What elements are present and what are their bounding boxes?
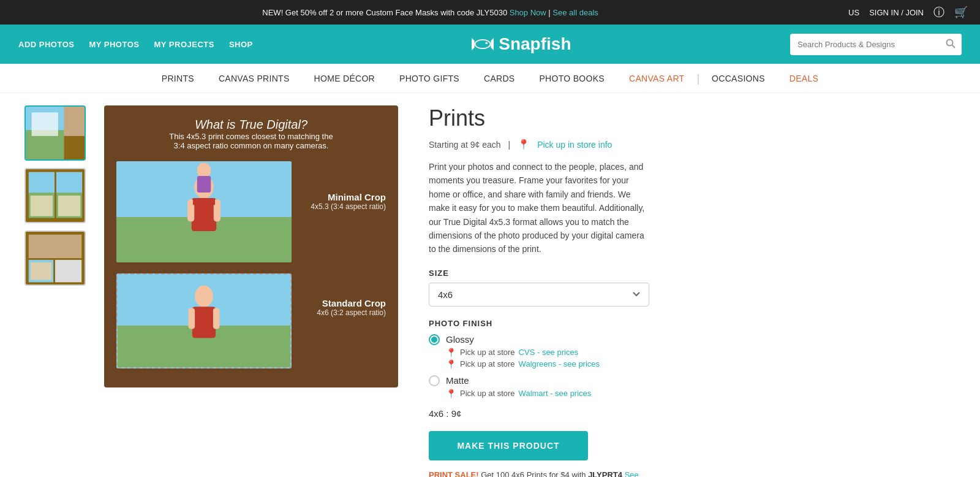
walgreens-link[interactable]: Walgreens - see prices xyxy=(519,359,600,368)
svg-rect-12 xyxy=(29,172,55,194)
nav-occasions[interactable]: OCCASIONS xyxy=(699,64,777,93)
cart-icon[interactable]: 🛒 xyxy=(954,6,968,19)
my-projects-link[interactable]: MY PROJECTS xyxy=(154,40,214,49)
nav-photo-gifts[interactable]: PHOTO GIFTS xyxy=(387,64,472,93)
thumbnail-1[interactable] xyxy=(24,105,86,161)
glossy-radio[interactable] xyxy=(429,334,440,345)
svg-rect-19 xyxy=(29,235,81,258)
crop2-label: Standard Crop xyxy=(300,298,386,308)
svg-rect-10 xyxy=(64,136,85,159)
walmart-link[interactable]: Walmart - see prices xyxy=(519,389,592,398)
person-figure-2 xyxy=(178,273,230,367)
svg-rect-33 xyxy=(189,308,195,329)
matte-radio[interactable] xyxy=(429,375,440,386)
finish-option-glossy-header: Glossy xyxy=(429,334,649,345)
svg-rect-16 xyxy=(31,196,53,216)
svg-rect-9 xyxy=(32,112,58,135)
pickup-store-text-cvs: Pick up at store xyxy=(460,348,515,357)
nav-home-decor[interactable]: HOME DÉCOR xyxy=(302,64,387,93)
promo-code: JLYPRT4 xyxy=(588,470,622,477)
svg-point-31 xyxy=(195,285,213,307)
svg-rect-14 xyxy=(56,172,82,194)
svg-rect-30 xyxy=(197,176,211,193)
search-icon xyxy=(946,39,956,48)
fish-icon xyxy=(472,38,494,50)
logo: Snapfish xyxy=(253,34,790,54)
shop-now-link[interactable]: Shop Now xyxy=(510,8,546,17)
shop-link[interactable]: SHOP xyxy=(229,40,253,49)
see-all-deals-link[interactable]: See all deals xyxy=(552,8,598,17)
add-photos-link[interactable]: ADD PHOTOS xyxy=(18,40,74,49)
product-title: Prints xyxy=(429,105,649,131)
help-icon[interactable]: ⓘ xyxy=(933,5,944,20)
search-input[interactable] xyxy=(790,35,940,54)
thumbnail-3[interactable] xyxy=(24,231,86,286)
nav-deals[interactable]: DEALS xyxy=(777,64,831,93)
product-details-panel: Prints Starting at 9¢ each | 📍 Pick up i… xyxy=(417,105,649,477)
main-nav: PRINTS CANVAS PRINTS HOME DÉCOR PHOTO GI… xyxy=(0,64,980,93)
price-display: 4x6 : 9¢ xyxy=(429,408,649,419)
pickup-store-text-walmart: Pick up at store xyxy=(460,389,515,398)
region-selector[interactable]: US xyxy=(848,8,859,17)
thumbnail-3-img xyxy=(26,231,85,286)
matte-pickup-walmart: 📍 Pick up at store Walmart - see prices xyxy=(446,389,649,399)
glossy-pickup-cvs: 📍 Pick up at store CVS - see prices xyxy=(446,348,649,357)
make-product-button[interactable]: MAKE THIS PRODUCT xyxy=(429,431,588,460)
thumbnail-2-img xyxy=(26,168,85,223)
nav-photo-books[interactable]: PHOTO BOOKS xyxy=(527,64,617,93)
crop1-ratio: 4x5.3 (3:4 aspect ratio) xyxy=(300,202,386,211)
svg-line-5 xyxy=(952,45,956,48)
thumbnails-panel xyxy=(24,105,86,477)
nav-canvas-prints[interactable]: CANVAS PRINTS xyxy=(206,64,302,93)
product-image-section: What is True Digital? This 4x5.3 print c… xyxy=(104,105,398,477)
svg-rect-22 xyxy=(31,262,52,280)
announcement-bar: NEW! Get 50% off 2 or more Custom Face M… xyxy=(0,0,980,25)
finish-option-glossy: Glossy 📍 Pick up at store CVS - see pric… xyxy=(429,334,649,369)
svg-rect-34 xyxy=(213,308,220,329)
nav-canvas-art[interactable]: CANVAS ART xyxy=(617,64,696,93)
sign-in-link[interactable]: SIGN IN / JOIN xyxy=(869,8,924,17)
header-nav: ADD PHOTOS MY PHOTOS MY PROJECTS SHOP Sn… xyxy=(0,25,980,64)
svg-marker-3 xyxy=(491,38,494,50)
nav-cards[interactable]: CARDS xyxy=(472,64,527,93)
nav-prints[interactable]: PRINTS xyxy=(149,64,206,93)
announcement-text: NEW! Get 50% off 2 or more Custom Face M… xyxy=(12,8,848,17)
svg-rect-32 xyxy=(192,307,216,338)
pin-icon-walgreens: 📍 xyxy=(446,359,456,369)
cvs-link[interactable]: CVS - see prices xyxy=(519,348,579,357)
logo-text: Snapfish xyxy=(472,34,571,54)
search-bar[interactable] xyxy=(790,34,962,55)
size-section: SIZE 4x6 4x5.3 5x7 8x10 8x12 11x14 xyxy=(429,269,649,319)
header-right-controls: US SIGN IN / JOIN ⓘ 🛒 xyxy=(848,5,968,20)
pickup-info-link[interactable]: Pick up in store info xyxy=(537,140,612,150)
starting-price: Starting at 9¢ each xyxy=(429,140,501,150)
nav-links-left: ADD PHOTOS MY PHOTOS MY PROJECTS SHOP xyxy=(18,40,253,49)
svg-point-1 xyxy=(486,42,488,44)
finish-option-matte-header: Matte xyxy=(429,375,649,386)
crop2-ratio: 4x6 (3:2 aspect ratio) xyxy=(300,308,386,317)
promo-text: PRINT SALE! Get 100 4x6 Prints for $4 wi… xyxy=(429,470,649,477)
svg-rect-17 xyxy=(58,196,80,216)
person-figure-1 xyxy=(176,161,232,262)
my-photos-link[interactable]: MY PHOTOS xyxy=(89,40,139,49)
product-image-main: What is True Digital? This 4x5.3 print c… xyxy=(104,105,398,387)
svg-rect-28 xyxy=(193,199,215,205)
promo-sale-label: PRINT SALE! xyxy=(429,470,479,477)
page-content: What is True Digital? This 4x5.3 print c… xyxy=(0,93,980,477)
photo-finish-section: PHOTO FINISH Glossy 📍 Pick up at store C… xyxy=(429,319,649,399)
pickup-store-text-walgreens: Pick up at store xyxy=(460,359,515,368)
search-button[interactable] xyxy=(940,34,962,55)
svg-marker-2 xyxy=(472,38,475,50)
product-image-title: What is True Digital? This 4x5.3 print c… xyxy=(169,118,333,150)
glossy-pickup-walgreens: 📍 Pick up at store Walgreens - see price… xyxy=(446,359,649,369)
pin-icon-walmart: 📍 xyxy=(446,389,456,399)
glossy-label: Glossy xyxy=(446,334,474,345)
svg-point-29 xyxy=(197,162,211,178)
photo-finish-label: PHOTO FINISH xyxy=(429,319,649,328)
finish-option-matte: Matte 📍 Pick up at store Walmart - see p… xyxy=(429,375,649,399)
thumbnail-2[interactable] xyxy=(24,168,86,223)
product-pricing: Starting at 9¢ each | 📍 Pick up in store… xyxy=(429,139,649,150)
thumbnail-1-img xyxy=(26,105,85,161)
size-select[interactable]: 4x6 4x5.3 5x7 8x10 8x12 11x14 xyxy=(429,283,649,307)
pin-icon-cvs: 📍 xyxy=(446,348,456,357)
